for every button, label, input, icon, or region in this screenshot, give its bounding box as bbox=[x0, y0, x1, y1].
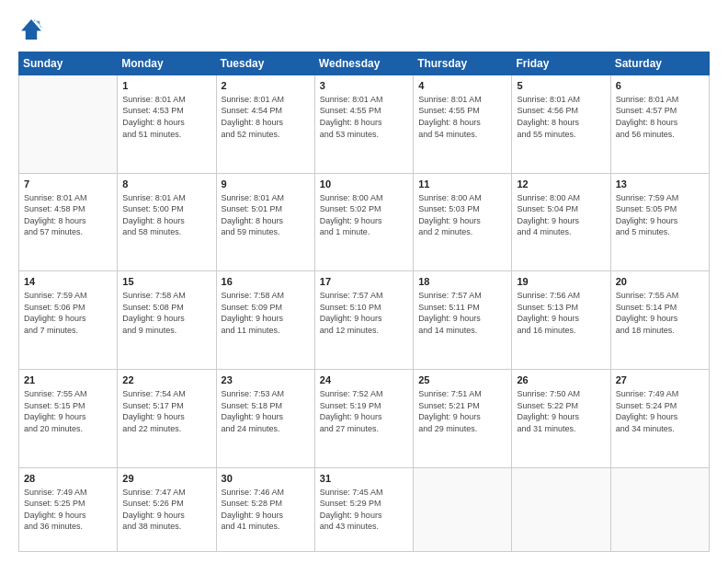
day-number: 7 bbox=[24, 178, 112, 191]
day-info: Sunrise: 8:01 AM Sunset: 4:55 PM Dayligh… bbox=[418, 94, 506, 140]
day-number: 31 bbox=[320, 472, 408, 486]
weekday-header-thursday: Thursday bbox=[414, 52, 512, 75]
day-number: 9 bbox=[222, 178, 310, 191]
day-info: Sunrise: 7:53 AM Sunset: 5:18 PM Dayligh… bbox=[222, 388, 310, 434]
day-info: Sunrise: 7:51 AM Sunset: 5:21 PM Dayligh… bbox=[418, 388, 506, 434]
calendar-cell: 16Sunrise: 7:58 AM Sunset: 5:09 PM Dayli… bbox=[216, 271, 314, 370]
calendar-cell bbox=[414, 467, 512, 551]
day-number: 24 bbox=[320, 373, 408, 387]
day-number: 1 bbox=[122, 79, 210, 93]
day-info: Sunrise: 7:55 AM Sunset: 5:15 PM Dayligh… bbox=[24, 388, 112, 434]
day-info: Sunrise: 8:01 AM Sunset: 5:01 PM Dayligh… bbox=[222, 192, 310, 238]
day-info: Sunrise: 8:00 AM Sunset: 5:02 PM Dayligh… bbox=[320, 192, 408, 238]
day-info: Sunrise: 7:47 AM Sunset: 5:26 PM Dayligh… bbox=[122, 487, 210, 533]
day-number: 11 bbox=[418, 178, 506, 191]
calendar-cell: 26Sunrise: 7:50 AM Sunset: 5:22 PM Dayli… bbox=[512, 370, 610, 468]
calendar-cell: 10Sunrise: 8:00 AM Sunset: 5:02 PM Dayli… bbox=[314, 173, 413, 271]
calendar-cell: 7Sunrise: 8:01 AM Sunset: 4:58 PM Daylig… bbox=[19, 173, 118, 271]
day-number: 13 bbox=[616, 178, 704, 191]
page: SundayMondayTuesdayWednesdayThursdayFrid… bbox=[0, 0, 728, 563]
calendar-cell: 14Sunrise: 7:59 AM Sunset: 5:06 PM Dayli… bbox=[19, 271, 118, 370]
calendar-cell: 18Sunrise: 7:57 AM Sunset: 5:11 PM Dayli… bbox=[414, 271, 512, 370]
day-info: Sunrise: 7:58 AM Sunset: 5:09 PM Dayligh… bbox=[222, 290, 310, 336]
day-number: 18 bbox=[418, 275, 506, 289]
day-number: 25 bbox=[418, 373, 506, 387]
calendar-cell: 21Sunrise: 7:55 AM Sunset: 5:15 PM Dayli… bbox=[19, 370, 118, 468]
weekday-header-friday: Friday bbox=[512, 52, 610, 75]
day-number: 23 bbox=[222, 373, 310, 387]
weekday-header-wednesday: Wednesday bbox=[314, 52, 413, 75]
calendar-cell: 12Sunrise: 8:00 AM Sunset: 5:04 PM Dayli… bbox=[512, 173, 610, 271]
day-info: Sunrise: 7:57 AM Sunset: 5:10 PM Dayligh… bbox=[320, 290, 408, 336]
weekday-header-monday: Monday bbox=[118, 52, 216, 75]
calendar-cell: 6Sunrise: 8:01 AM Sunset: 4:57 PM Daylig… bbox=[610, 75, 709, 174]
calendar-cell: 1Sunrise: 8:01 AM Sunset: 4:53 PM Daylig… bbox=[118, 75, 216, 174]
day-info: Sunrise: 8:01 AM Sunset: 4:53 PM Dayligh… bbox=[122, 94, 210, 140]
week-row-5: 28Sunrise: 7:49 AM Sunset: 5:25 PM Dayli… bbox=[19, 467, 710, 551]
day-info: Sunrise: 7:59 AM Sunset: 5:06 PM Dayligh… bbox=[24, 290, 112, 336]
calendar-cell: 17Sunrise: 7:57 AM Sunset: 5:10 PM Dayli… bbox=[314, 271, 413, 370]
day-number: 30 bbox=[222, 472, 310, 486]
day-info: Sunrise: 7:57 AM Sunset: 5:11 PM Dayligh… bbox=[418, 290, 506, 336]
day-number: 27 bbox=[616, 373, 704, 387]
calendar-cell: 22Sunrise: 7:54 AM Sunset: 5:17 PM Dayli… bbox=[118, 370, 216, 468]
calendar-cell: 24Sunrise: 7:52 AM Sunset: 5:19 PM Dayli… bbox=[314, 370, 413, 468]
day-number: 29 bbox=[122, 472, 210, 486]
day-number: 16 bbox=[222, 275, 310, 289]
calendar-cell: 4Sunrise: 8:01 AM Sunset: 4:55 PM Daylig… bbox=[414, 75, 512, 174]
day-info: Sunrise: 8:01 AM Sunset: 4:54 PM Dayligh… bbox=[222, 94, 310, 140]
day-info: Sunrise: 7:56 AM Sunset: 5:13 PM Dayligh… bbox=[517, 290, 605, 336]
week-row-3: 14Sunrise: 7:59 AM Sunset: 5:06 PM Dayli… bbox=[19, 271, 710, 370]
day-info: Sunrise: 7:54 AM Sunset: 5:17 PM Dayligh… bbox=[122, 388, 210, 434]
day-info: Sunrise: 7:49 AM Sunset: 5:25 PM Dayligh… bbox=[24, 487, 112, 533]
day-info: Sunrise: 7:52 AM Sunset: 5:19 PM Dayligh… bbox=[320, 388, 408, 434]
day-number: 22 bbox=[122, 373, 210, 387]
day-info: Sunrise: 7:59 AM Sunset: 5:05 PM Dayligh… bbox=[616, 192, 704, 238]
day-number: 26 bbox=[517, 373, 605, 387]
weekday-header-tuesday: Tuesday bbox=[216, 52, 314, 75]
calendar-cell: 5Sunrise: 8:01 AM Sunset: 4:56 PM Daylig… bbox=[512, 75, 610, 174]
logo-icon bbox=[18, 17, 44, 42]
calendar-cell: 8Sunrise: 8:01 AM Sunset: 5:00 PM Daylig… bbox=[118, 173, 216, 271]
day-info: Sunrise: 8:01 AM Sunset: 4:56 PM Dayligh… bbox=[517, 94, 605, 140]
day-info: Sunrise: 8:01 AM Sunset: 4:58 PM Dayligh… bbox=[24, 192, 112, 238]
calendar-table: SundayMondayTuesdayWednesdayThursdayFrid… bbox=[18, 52, 710, 552]
day-info: Sunrise: 8:00 AM Sunset: 5:03 PM Dayligh… bbox=[418, 192, 506, 238]
day-number: 3 bbox=[320, 79, 408, 93]
day-number: 2 bbox=[222, 79, 310, 93]
day-number: 5 bbox=[517, 79, 605, 93]
day-number: 12 bbox=[517, 178, 605, 191]
calendar-cell: 3Sunrise: 8:01 AM Sunset: 4:55 PM Daylig… bbox=[314, 75, 413, 174]
day-number: 28 bbox=[24, 472, 112, 486]
calendar-cell bbox=[610, 467, 709, 551]
calendar-cell bbox=[512, 467, 610, 551]
day-number: 17 bbox=[320, 275, 408, 289]
day-number: 19 bbox=[517, 275, 605, 289]
day-info: Sunrise: 7:55 AM Sunset: 5:14 PM Dayligh… bbox=[616, 290, 704, 336]
calendar-cell: 15Sunrise: 7:58 AM Sunset: 5:08 PM Dayli… bbox=[118, 271, 216, 370]
calendar-cell: 25Sunrise: 7:51 AM Sunset: 5:21 PM Dayli… bbox=[414, 370, 512, 468]
week-row-2: 7Sunrise: 8:01 AM Sunset: 4:58 PM Daylig… bbox=[19, 173, 710, 271]
calendar-cell: 27Sunrise: 7:49 AM Sunset: 5:24 PM Dayli… bbox=[610, 370, 709, 468]
weekday-header-saturday: Saturday bbox=[610, 52, 709, 75]
day-number: 8 bbox=[122, 178, 210, 191]
day-number: 4 bbox=[418, 79, 506, 93]
weekday-header-sunday: Sunday bbox=[19, 52, 118, 75]
day-info: Sunrise: 7:50 AM Sunset: 5:22 PM Dayligh… bbox=[517, 388, 605, 434]
day-number: 15 bbox=[122, 275, 210, 289]
week-row-1: 1Sunrise: 8:01 AM Sunset: 4:53 PM Daylig… bbox=[19, 75, 710, 174]
day-number: 14 bbox=[24, 275, 112, 289]
day-info: Sunrise: 7:58 AM Sunset: 5:08 PM Dayligh… bbox=[122, 290, 210, 336]
day-number: 20 bbox=[616, 275, 704, 289]
logo bbox=[18, 17, 48, 42]
day-info: Sunrise: 8:01 AM Sunset: 5:00 PM Dayligh… bbox=[122, 192, 210, 238]
calendar-cell: 13Sunrise: 7:59 AM Sunset: 5:05 PM Dayli… bbox=[610, 173, 709, 271]
day-number: 6 bbox=[616, 79, 704, 93]
calendar-cell: 23Sunrise: 7:53 AM Sunset: 5:18 PM Dayli… bbox=[216, 370, 314, 468]
calendar-cell: 30Sunrise: 7:46 AM Sunset: 5:28 PM Dayli… bbox=[216, 467, 314, 551]
week-row-4: 21Sunrise: 7:55 AM Sunset: 5:15 PM Dayli… bbox=[19, 370, 710, 468]
calendar-cell: 28Sunrise: 7:49 AM Sunset: 5:25 PM Dayli… bbox=[19, 467, 118, 551]
calendar-cell: 2Sunrise: 8:01 AM Sunset: 4:54 PM Daylig… bbox=[216, 75, 314, 174]
day-info: Sunrise: 7:49 AM Sunset: 5:24 PM Dayligh… bbox=[616, 388, 704, 434]
day-info: Sunrise: 8:01 AM Sunset: 4:55 PM Dayligh… bbox=[320, 94, 408, 140]
